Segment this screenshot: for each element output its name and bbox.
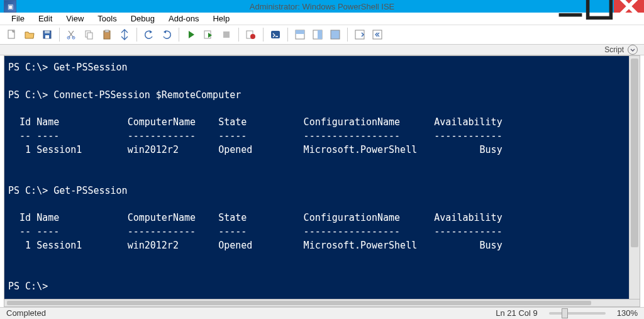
copy-button[interactable] bbox=[81, 26, 97, 43]
script-label: Script bbox=[604, 45, 624, 54]
expand-script-pane-button[interactable] bbox=[628, 45, 638, 55]
show-script-pane-right-button[interactable] bbox=[309, 26, 326, 43]
stop-button[interactable] bbox=[218, 26, 235, 43]
toolbar bbox=[0, 25, 644, 45]
redo-button[interactable] bbox=[158, 26, 175, 43]
svg-rect-20 bbox=[271, 31, 280, 38]
menu-debug[interactable]: Debug bbox=[125, 13, 161, 25]
remote-button[interactable] bbox=[267, 26, 284, 43]
horizontal-scrollbar[interactable] bbox=[4, 299, 640, 307]
svg-rect-7 bbox=[45, 35, 49, 38]
show-script-pane-top-button[interactable] bbox=[292, 26, 308, 43]
status-text: Completed bbox=[6, 308, 46, 318]
svg-rect-1 bbox=[588, 0, 611, 18]
script-pane-label-bar: Script bbox=[0, 45, 644, 55]
scrollbar-thumb[interactable] bbox=[7, 301, 591, 305]
console-output[interactable]: PS C:\> Get-PSSession PS C:\> Connect-PS… bbox=[4, 56, 629, 299]
svg-rect-13 bbox=[87, 33, 92, 39]
new-file-button[interactable] bbox=[4, 26, 20, 43]
menu-bar: File Edit View Tools Debug Add-ons Help bbox=[0, 13, 644, 25]
svg-rect-15 bbox=[105, 30, 109, 32]
status-bar: Completed Ln 21 Col 9 130% bbox=[0, 307, 644, 319]
menu-edit[interactable]: Edit bbox=[32, 13, 58, 25]
save-button[interactable] bbox=[39, 26, 55, 43]
show-script-pane-max-button[interactable] bbox=[327, 26, 343, 43]
cursor-position: Ln 21 Col 9 bbox=[496, 308, 538, 318]
toolbar-separator bbox=[59, 28, 60, 42]
open-file-button[interactable] bbox=[21, 26, 38, 43]
menu-file[interactable]: File bbox=[5, 13, 31, 25]
menu-addons[interactable]: Add-ons bbox=[162, 13, 205, 25]
close-button[interactable] bbox=[614, 0, 644, 13]
toolbar-separator bbox=[287, 28, 288, 42]
paste-button[interactable] bbox=[99, 26, 115, 43]
toolbar-separator bbox=[136, 28, 137, 42]
svg-rect-24 bbox=[318, 30, 322, 39]
maximize-button[interactable] bbox=[585, 0, 614, 13]
zoom-slider[interactable] bbox=[549, 312, 606, 315]
svg-rect-25 bbox=[331, 30, 340, 39]
toolbar-separator bbox=[179, 28, 179, 42]
toolbar-separator bbox=[263, 28, 264, 42]
app-icon: ▣ bbox=[4, 0, 16, 13]
svg-rect-17 bbox=[223, 31, 230, 38]
show-addon-button[interactable] bbox=[369, 26, 386, 43]
show-commands-button[interactable] bbox=[352, 26, 368, 43]
minimize-button[interactable] bbox=[556, 0, 585, 13]
vertical-scrollbar[interactable] bbox=[629, 56, 640, 299]
menu-tools[interactable]: Tools bbox=[91, 13, 123, 25]
window-buttons bbox=[556, 0, 644, 13]
zoom-percent: 130% bbox=[617, 308, 638, 318]
zoom-knob[interactable] bbox=[562, 308, 568, 318]
toolbar-separator bbox=[347, 28, 348, 42]
run-script-button[interactable] bbox=[183, 26, 199, 43]
run-selection-button[interactable] bbox=[201, 26, 217, 43]
scrollbar-thumb[interactable] bbox=[631, 59, 638, 247]
console-pane: PS C:\> Get-PSSession PS C:\> Connect-PS… bbox=[4, 55, 640, 299]
title-bar: ▣ Administrator: Windows PowerShell ISE bbox=[0, 0, 644, 13]
svg-rect-22 bbox=[296, 30, 304, 34]
svg-rect-26 bbox=[355, 30, 364, 39]
undo-button[interactable] bbox=[141, 26, 157, 43]
menu-view[interactable]: View bbox=[60, 13, 90, 25]
svg-point-19 bbox=[250, 34, 255, 39]
menu-help[interactable]: Help bbox=[206, 13, 236, 25]
breakpoint-button[interactable] bbox=[243, 26, 259, 43]
find-button[interactable] bbox=[116, 26, 133, 43]
cut-button[interactable] bbox=[64, 26, 80, 43]
svg-rect-6 bbox=[45, 31, 50, 33]
toolbar-separator bbox=[238, 28, 239, 42]
window-title: Administrator: Windows PowerShell ISE bbox=[250, 2, 394, 11]
